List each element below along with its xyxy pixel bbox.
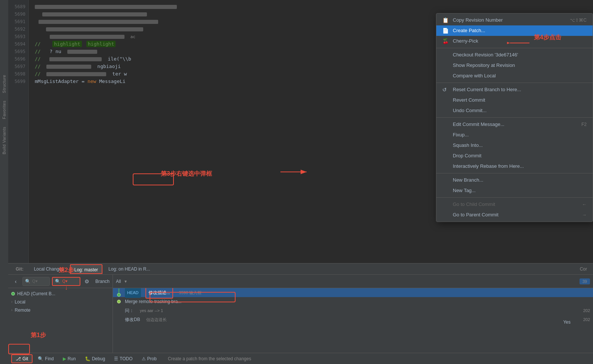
checkout-revision-label: Checkout Revision '3de67146' [453, 50, 518, 60]
git-icon: ⎇ [16, 356, 21, 361]
search-box-2[interactable]: 🔍 Q▾ 第2步 ↓ [52, 277, 80, 286]
menu-new-branch[interactable]: New Branch... [436, 175, 593, 185]
sidebar-structure[interactable]: Structure [2, 75, 6, 93]
menu-revert-commit[interactable]: Revert Commit [436, 95, 593, 105]
sidebar-favorites[interactable]: Favorites [2, 101, 6, 119]
menu-checkout-revision[interactable]: Checkout Revision '3de67146' [436, 50, 593, 60]
line-numbers: 5689 5690 5691 5692 5693 5694 5695 5696 … [8, 0, 29, 263]
go-parent-label: Go to Parent Commit [453, 210, 498, 220]
run-tool-button[interactable]: ▶ Run [59, 354, 80, 363]
code-line-5689 [35, 3, 587, 10]
line-5695: 5695 [8, 48, 28, 55]
head-commit-dot [117, 293, 121, 297]
tab-log-head[interactable]: Log: on HEAD in R... [104, 264, 154, 274]
copy-revision-shortcut: ⌥⇧⌘C [570, 15, 587, 25]
branch-label: Branch [95, 279, 110, 284]
show-repo-label: Show Repository at Revision [453, 60, 515, 71]
menu-interactive-rebase[interactable]: Interactively Rebase from Here... [436, 161, 593, 172]
graph-line [119, 289, 119, 293]
menu-cherry-pick[interactable]: 🍒 Cherry-Pick [436, 36, 593, 46]
sidebar-build-variants[interactable]: Build Variants [2, 127, 6, 154]
patch-icon: 📄 [442, 25, 450, 36]
commit-3-hash: yes aar --> 1 [140, 306, 163, 315]
menu-squash[interactable]: Squash Into... [436, 140, 593, 151]
status-text: Create a patch from the selected changes [168, 356, 251, 361]
bottom-panel: Git: Local Changes Log: master Log: on H… [8, 263, 593, 353]
menu-compare-local[interactable]: Compare with Local [436, 71, 593, 81]
copy-icon: 📋 [442, 15, 450, 25]
separator-5 [436, 197, 593, 198]
number-badge: 39 [580, 278, 590, 284]
search-placeholder: Q▾ [32, 279, 38, 284]
menu-copy-revision[interactable]: 📋 Copy Revision Number ⌥⇧⌘C [436, 15, 593, 25]
log-entry-4[interactable]: 修改DB 估边边送长 202 [113, 315, 593, 324]
search-icon: 🔍 [25, 279, 31, 284]
line-5698: 5698 [8, 70, 28, 78]
commit-4-date: 202 [583, 315, 590, 324]
separator-3 [436, 117, 593, 118]
head-dot [11, 292, 15, 296]
tab-log-master[interactable]: Log: master [70, 264, 102, 274]
menu-go-child: Go to Child Commit ← [436, 199, 593, 210]
prob-button-label: Prob [147, 356, 157, 361]
separator-1 [436, 48, 593, 48]
cherry-icon: 🍒 [442, 36, 450, 46]
local-arrow: › [11, 298, 12, 306]
debug-tool-button[interactable]: 🐛 Debug [81, 354, 109, 363]
squash-label: Squash Into... [453, 140, 483, 151]
find-tool-button[interactable]: 🔍 Find [34, 354, 57, 363]
fixup-label: Fixup... [453, 130, 469, 140]
back-button[interactable]: ‹ [11, 277, 20, 286]
line-5691: 5691 [8, 18, 28, 25]
menu-create-patch[interactable]: 📄 Create Patch... [436, 25, 593, 36]
go-child-label: Go to Child Commit [453, 199, 495, 210]
search-icon-2: 🔍 [55, 279, 61, 284]
debug-icon: 🐛 [85, 356, 90, 361]
line-5696: 5696 [8, 55, 28, 63]
all-dropdown[interactable]: ▾ [125, 279, 127, 284]
copy-revision-label: Copy Revision Number [453, 15, 503, 25]
git-log-toolbar: All ▾ 39 [113, 275, 593, 288]
separator-4 [436, 173, 593, 173]
menu-undo-commit[interactable]: Undo Commit... [436, 105, 593, 116]
prob-icon: ⚠ [142, 356, 146, 361]
search-box-1[interactable]: 🔍 Q▾ [22, 277, 50, 286]
menu-reset-branch[interactable]: ↺ Reset Current Branch to Here... [436, 84, 593, 95]
git-tree-remote[interactable]: › Remote [8, 306, 113, 314]
find-button-label: Find [45, 356, 53, 361]
menu-go-parent[interactable]: Go to Parent Commit → [436, 210, 593, 220]
todo-button-label: TODO [120, 356, 132, 361]
git-tool-button[interactable]: ⎇ Git [11, 354, 33, 363]
edit-commit-shortcut: F2 [581, 119, 587, 130]
head-label: HEAD (Current B... [17, 290, 55, 298]
merge-message: Merge remote-tracking bra... [125, 297, 181, 306]
reset-branch-label: Reset Current Branch to Here... [453, 84, 521, 95]
search-label: Q▾ [62, 279, 68, 284]
bottom-tabs: Git: Local Changes Log: master Log: on H… [8, 263, 593, 275]
prob-tool-button[interactable]: ⚠ Prob [138, 354, 160, 363]
new-tag-label: New Tag... [453, 185, 476, 196]
menu-edit-commit-msg[interactable]: Edit Commit Message... F2 [436, 119, 593, 130]
menu-drop-commit[interactable]: Drop Commit [436, 151, 593, 161]
line-5693: 5693 [8, 33, 28, 40]
interactive-rebase-label: Interactively Rebase from Here... [453, 161, 524, 172]
yes-label: Yes [563, 320, 571, 325]
git-tree-local[interactable]: › Local [8, 298, 113, 306]
git-tree-head[interactable]: HEAD (Current B... [8, 290, 113, 298]
step2-label: 第2步 [59, 266, 74, 274]
settings-button[interactable]: ⚙ [83, 277, 92, 286]
todo-icon: ☰ [114, 356, 118, 361]
git-tree-panel: ‹ 🔍 Q▾ 🔍 Q▾ 第2步 ↓ ⚙ Branch HEAD [8, 275, 113, 353]
todo-tool-button[interactable]: ☰ TODO [110, 354, 136, 363]
create-patch-label: Create Patch... [453, 25, 485, 36]
log-entry-3[interactable]: 问： yes aar --> 1 202 [113, 306, 593, 315]
edit-commit-msg-label: Edit Commit Message... [453, 119, 504, 130]
cherry-pick-label: Cherry-Pick [453, 36, 478, 46]
log-entry-merge[interactable]: Merge remote-tracking bra... [113, 297, 593, 306]
menu-show-repo[interactable]: Show Repository at Revision [436, 60, 593, 71]
menu-fixup[interactable]: Fixup... [436, 130, 593, 140]
menu-new-tag[interactable]: New Tag... [436, 185, 593, 196]
log-entry-head[interactable]: HEAD 修改描述... 3598 输入框 [113, 288, 593, 297]
run-icon: ▶ [63, 356, 66, 361]
new-branch-label: New Branch... [453, 175, 483, 185]
